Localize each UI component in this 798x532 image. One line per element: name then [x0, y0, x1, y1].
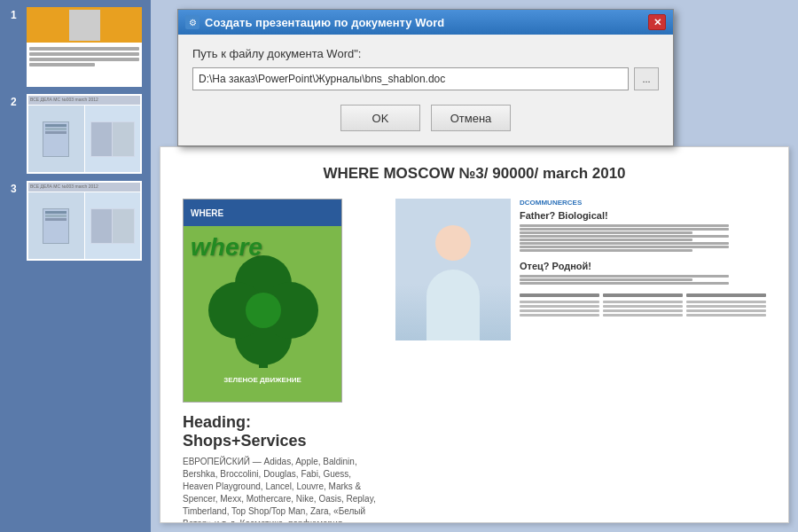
create-presentation-dialog: ⚙ Создать презентацию по документу Word … — [177, 9, 674, 146]
cancel-button[interactable]: Отмена — [431, 105, 511, 131]
article-columns — [520, 293, 766, 317]
slide-body: WHERE where ЗЕЛЕНОЕ — [183, 199, 766, 523]
article-title-2: Отец? Родной! — [520, 261, 766, 271]
slide-number-1: 1 — [11, 9, 17, 21]
article-col-2 — [603, 293, 683, 317]
slide-preview-2: ВСЕ ДЕЛА МС №003 march 2012 — [27, 94, 142, 174]
dialog-action-buttons: OK Отмена — [192, 105, 659, 131]
svg-rect-4 — [259, 341, 268, 368]
article-col-3 — [686, 293, 766, 317]
dialog-title-left: ⚙ Создать презентацию по документу Word — [185, 15, 444, 29]
article-text: DCOMMUNERCES Father? Biological! — [520, 199, 766, 340]
main-content: WHERE MOSCOW №3/ 90000/ march 2010 WHERE — [151, 0, 798, 532]
thumb1-image — [69, 10, 100, 41]
cover-bottom-text: ЗЕЛЕНОЕ ДВИЖЕНИЕ — [184, 376, 341, 384]
dialog-body: Путь к файлу документа Word": ... OK Отм… — [178, 35, 673, 145]
article-body-lines-2 — [520, 275, 766, 285]
cover-where-text: where — [191, 233, 262, 262]
browse-button[interactable]: ... — [634, 67, 659, 90]
article-section-label: DCOMMUNERCES — [520, 199, 766, 207]
slide-thumbnail-1[interactable]: 1 — [27, 7, 142, 87]
slide-heading: Heading: Shops+Services — [183, 413, 378, 450]
dialog-icon: ⚙ — [185, 15, 200, 29]
article-body-lines — [520, 224, 766, 252]
ok-button[interactable]: OK — [340, 105, 420, 131]
magazine-cover: WHERE where ЗЕЛЕНОЕ — [183, 199, 342, 403]
browse-icon: ... — [642, 74, 650, 84]
cover-header: WHERE — [184, 200, 341, 226]
slide-canvas: WHERE MOSCOW №3/ 90000/ march 2010 WHERE — [160, 146, 789, 523]
clover-icon — [197, 244, 330, 377]
slide-preview-1 — [27, 7, 142, 87]
slide-body-text: ЕВРОПЕЙСКИЙ — Adidas, Apple, Baldinin, B… — [183, 456, 378, 523]
app-window: 1 2 ВСЕ ДЕЛ — [0, 0, 798, 532]
file-path-input[interactable] — [192, 67, 629, 90]
slide-number-2: 2 — [11, 96, 17, 108]
article-image — [395, 199, 511, 340]
slide-number-3: 3 — [11, 183, 17, 195]
person-image — [395, 199, 511, 340]
dialog-title: Создать презентацию по документу Word — [205, 16, 444, 29]
article-col-1 — [520, 293, 599, 317]
slide-preview-3: ВСЕ ДЕЛА МС №003 march 2012 — [27, 181, 142, 261]
slide-left-column: WHERE where ЗЕЛЕНОЕ — [183, 199, 378, 523]
article-block: DCOMMUNERCES Father? Biological! — [395, 199, 766, 340]
dialog-input-row: ... — [192, 67, 659, 90]
slide-title: WHERE MOSCOW №3/ 90000/ march 2010 — [183, 165, 766, 183]
slide-right-column: DCOMMUNERCES Father? Biological! — [395, 199, 766, 523]
article-title-1: Father? Biological! — [520, 210, 766, 221]
slide-panel: 1 2 ВСЕ ДЕЛ — [0, 0, 151, 532]
dialog-close-button[interactable]: ✕ — [648, 14, 666, 30]
dialog-field-label: Путь к файлу документа Word": — [192, 47, 659, 60]
thumb1-header — [27, 7, 142, 43]
slide-thumbnail-2[interactable]: 2 ВСЕ ДЕЛА МС №003 march 2012 — [27, 94, 142, 174]
thumb1-lines — [27, 43, 142, 87]
svg-point-5 — [246, 293, 281, 328]
dialog-titlebar: ⚙ Создать презентацию по документу Word … — [178, 10, 673, 35]
slide-thumbnail-3[interactable]: 3 ВСЕ ДЕЛА МС №003 march 2012 — [27, 181, 142, 261]
